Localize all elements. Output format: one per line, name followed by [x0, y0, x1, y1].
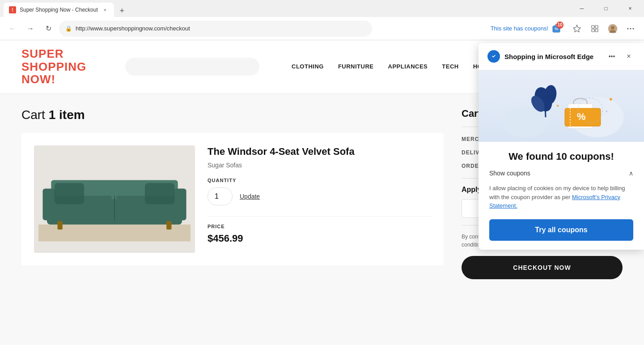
tab-title: Super Shopping Now - Checkout	[20, 7, 98, 13]
browser-window: ! Super Shopping Now - Checkout × + ─ □ …	[0, 0, 644, 345]
divider	[208, 216, 431, 217]
cart-item-count: 1 item	[49, 108, 85, 122]
svg-rect-2	[592, 26, 594, 28]
svg-rect-20	[166, 221, 171, 230]
forward-button[interactable]: →	[23, 21, 38, 36]
lock-icon: 🔒	[65, 26, 72, 32]
minimize-button[interactable]: ─	[572, 1, 592, 16]
quantity-row: Update	[208, 187, 431, 205]
svg-text:✦: ✦	[556, 103, 559, 108]
address-bar-row: ← → ↻ 🔒 http://www.supershoppingnow.com/…	[0, 17, 644, 40]
svg-point-10	[633, 28, 634, 29]
chevron-up-icon: ∧	[629, 170, 633, 177]
tab-favicon: !	[9, 6, 16, 13]
quantity-input[interactable]	[208, 187, 233, 205]
coupon-alert-button[interactable]: This site has coupons! % 10	[485, 21, 567, 37]
shopping-panel: Shopping in Microsoft Edge ••• ×	[479, 43, 644, 250]
panel-body: We found 10 coupons! Show coupons ∧ I al…	[479, 142, 644, 250]
url-text: http://www.supershoppingnow.com/checkout	[76, 25, 366, 32]
tab-bar: ! Super Shopping Now - Checkout × +	[4, 0, 570, 17]
svg-rect-22	[145, 183, 174, 204]
svg-rect-17	[42, 188, 55, 220]
search-bar[interactable]	[125, 58, 259, 76]
price-label: PRICE	[208, 224, 431, 229]
collections-button[interactable]	[587, 21, 603, 37]
shopping-panel-logo	[490, 52, 498, 60]
cart-main: Cart 1 item	[21, 108, 444, 345]
maximize-button[interactable]: □	[596, 1, 616, 16]
nav-furniture[interactable]: FURNITURE	[338, 63, 374, 70]
coupon-alert-text: This site has coupons!	[491, 25, 548, 32]
show-coupons-row[interactable]: Show coupons ∧	[489, 170, 633, 177]
profile-icon	[608, 24, 618, 34]
address-bar[interactable]: 🔒 http://www.supershoppingnow.com/checko…	[59, 21, 372, 37]
window-controls: ─ □ ×	[572, 1, 640, 16]
nav-clothing[interactable]: CLOTHING	[292, 63, 324, 70]
active-tab[interactable]: ! Super Shopping Now - Checkout ×	[4, 3, 114, 17]
coupon-icon-button[interactable]: % 10	[551, 23, 562, 34]
edge-shopping-icon	[487, 50, 500, 63]
consent-text: I allow placing of cookies on my device …	[489, 184, 633, 210]
svg-rect-18	[174, 188, 186, 220]
sofa-svg	[38, 154, 191, 244]
back-button[interactable]: ←	[5, 21, 20, 36]
panel-header: Shopping in Microsoft Edge ••• ×	[479, 43, 644, 70]
profile-button[interactable]	[605, 21, 621, 37]
coupon-count-badge: 10	[556, 21, 564, 29]
product-image	[34, 145, 195, 253]
product-name: The Windsor 4-Seat Velvet Sofa	[208, 145, 431, 158]
svg-text:✦: ✦	[605, 110, 608, 114]
svg-rect-3	[595, 26, 598, 28]
svg-rect-4	[592, 29, 594, 32]
svg-rect-19	[58, 221, 63, 230]
sofa-wrapper	[34, 145, 195, 253]
quantity-label: QUANTITY	[208, 178, 431, 183]
nav-tech[interactable]: TECH	[442, 63, 458, 70]
svg-point-7	[611, 26, 614, 30]
checkout-button[interactable]: CHECKOUT NOW	[462, 256, 623, 279]
svg-rect-5	[595, 29, 598, 32]
favorites-button[interactable]	[569, 21, 585, 37]
toolbar-right: This site has coupons! % 10	[485, 21, 639, 37]
close-button[interactable]: ×	[620, 1, 640, 16]
cart-item-card: The Windsor 4-Seat Velvet Sofa Sugar Sof…	[21, 133, 444, 265]
update-link[interactable]: Update	[240, 193, 260, 200]
nav-appliances[interactable]: APPLIANCES	[388, 63, 428, 70]
collections-icon	[590, 24, 599, 33]
panel-close-button[interactable]: ×	[623, 50, 635, 63]
refresh-button[interactable]: ↻	[41, 21, 55, 36]
svg-point-8	[627, 28, 629, 29]
panel-illustration: % ✦ ✦ ✦	[479, 70, 644, 142]
title-bar: ! Super Shopping Now - Checkout × + ─ □ …	[0, 0, 644, 17]
svg-text:%: %	[577, 111, 586, 122]
svg-text:✦: ✦	[608, 96, 614, 103]
coupon-illustration: % ✦ ✦ ✦	[499, 72, 624, 140]
product-brand: Sugar Sofas	[208, 162, 431, 169]
svg-point-35	[546, 95, 550, 99]
favorites-icon	[572, 24, 581, 33]
tab-close-button[interactable]: ×	[102, 6, 109, 13]
panel-title: Shopping in Microsoft Edge	[504, 53, 601, 60]
svg-rect-21	[55, 183, 84, 204]
product-info: The Windsor 4-Seat Velvet Sofa Sugar Sof…	[208, 145, 431, 245]
more-options-icon	[626, 24, 635, 33]
try-coupons-button[interactable]: Try all coupons	[489, 219, 633, 241]
cart-title: Cart 1 item	[21, 108, 444, 122]
svg-point-9	[630, 28, 631, 29]
site-logo[interactable]: SUPER SHOPPING NOW!	[21, 47, 75, 86]
more-options-button[interactable]	[623, 21, 639, 37]
panel-menu-button[interactable]: •••	[606, 50, 618, 63]
new-tab-button[interactable]: +	[116, 4, 128, 17]
price-value: $456.99	[208, 233, 431, 244]
coupons-found-title: We found 10 coupons!	[489, 151, 633, 162]
show-coupons-label: Show coupons	[489, 170, 530, 177]
